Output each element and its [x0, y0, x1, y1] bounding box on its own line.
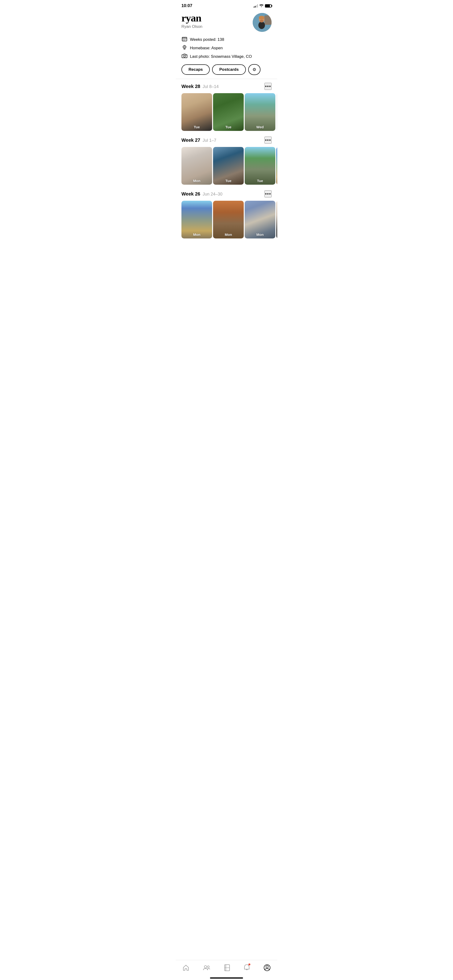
photo-day-label: Tue — [182, 125, 212, 129]
svg-point-24 — [183, 55, 185, 57]
nav-item-home[interactable] — [179, 963, 193, 974]
photo-day-label: Mon — [276, 232, 277, 237]
photo-day-label: Tue — [213, 125, 244, 129]
status-bar: 10:07 — [176, 0, 277, 10]
week-27-label: Week 27 — [182, 137, 200, 143]
week-26-header: Week 26 Jun 24–30 ••• — [182, 190, 271, 197]
week-28-photos: Tue Tue Wed + — [176, 93, 277, 131]
week-28-dates: Jul 8–14 — [203, 84, 219, 89]
battery-icon — [265, 4, 271, 8]
week-28-title-group: Week 28 Jul 8–14 — [182, 84, 219, 89]
calendar-icon — [182, 37, 188, 43]
photo-day-label: Mon — [213, 232, 244, 237]
photo-item[interactable]: Mon — [182, 147, 212, 185]
svg-point-31 — [266, 966, 268, 968]
wifi-icon — [259, 3, 263, 8]
svg-point-27 — [207, 966, 209, 968]
bell-icon — [244, 964, 250, 972]
photo-item[interactable]: Mon — [276, 201, 277, 239]
profile-fullname: Ryan Olson — [182, 24, 253, 29]
week-28-section: Week 28 Jul 8–14 ••• Tue Tue Wed + — [176, 79, 277, 133]
weeks-posted-text: Weeks posted: 138 — [190, 37, 224, 42]
week-26-label: Week 26 — [182, 191, 200, 197]
svg-rect-9 — [183, 37, 183, 38]
week-28-label: Week 28 — [182, 84, 200, 89]
svg-point-5 — [259, 16, 265, 19]
location-icon — [182, 45, 188, 51]
profile-header: ryan Ryan Olson — [182, 13, 271, 32]
week-27-title-group: Week 27 Jul 1–7 — [182, 137, 216, 143]
action-buttons: Recaps Postcards ⚙ — [182, 64, 271, 75]
week-27-dates: Jul 1–7 — [203, 138, 216, 143]
stat-last-photo: Last photo: Snowmass Village, CO — [182, 54, 271, 59]
svg-point-25 — [186, 55, 187, 56]
week-27-header: Week 27 Jul 1–7 ••• — [182, 137, 271, 144]
photo-item[interactable]: Mon — [213, 201, 244, 239]
home-indicator — [210, 977, 243, 978]
book-icon — [224, 964, 230, 972]
svg-rect-15 — [183, 40, 183, 40]
week-27-photos: Mon Tue Tue Tue Tue — [176, 147, 277, 185]
avatar — [253, 13, 271, 32]
week-27-more-button[interactable]: ••• — [265, 137, 271, 144]
photo-item[interactable]: Tue — [213, 147, 244, 185]
photo-day-label: Mon — [182, 232, 212, 237]
photo-day-label: Tue — [276, 179, 277, 183]
week-26-section: Week 26 Jun 24–30 ••• Mon Mon Mon — [176, 186, 277, 240]
add-photo-button[interactable]: + — [276, 93, 277, 131]
photo-item[interactable]: Mon — [245, 201, 275, 239]
profile-section: ryan Ryan Olson — [176, 10, 277, 79]
nav-item-friends[interactable] — [199, 964, 214, 973]
profile-icon — [264, 964, 270, 972]
photo-day-label: Wed — [245, 125, 275, 129]
photo-item[interactable]: Tue — [182, 93, 212, 131]
camera-icon — [182, 54, 188, 59]
photo-item[interactable]: Mon — [182, 201, 212, 239]
week-28-header: Week 28 Jul 8–14 ••• — [182, 83, 271, 90]
svg-point-26 — [204, 966, 207, 968]
photo-item[interactable]: Tue — [213, 93, 244, 131]
svg-rect-11 — [183, 39, 183, 40]
recaps-button[interactable]: Recaps — [182, 64, 210, 75]
friends-icon — [203, 965, 210, 972]
week-26-more-button[interactable]: ••• — [265, 190, 271, 197]
postcards-button[interactable]: Postcards — [212, 64, 246, 75]
home-icon — [183, 964, 189, 972]
profile-username: ryan — [182, 13, 253, 23]
status-time: 10:07 — [182, 3, 192, 8]
stat-weeks-posted: Weeks posted: 138 — [182, 37, 271, 43]
svg-rect-12 — [184, 39, 184, 40]
stat-homebase: Homebase: Aspen — [182, 45, 271, 51]
status-icons — [254, 3, 271, 8]
svg-rect-13 — [185, 39, 185, 40]
svg-point-3 — [258, 21, 265, 29]
nav-item-profile[interactable] — [260, 963, 274, 974]
photo-item[interactable]: Wed — [245, 93, 275, 131]
profile-stats: Weeks posted: 138 Homebase: Aspen — [182, 37, 271, 59]
week-26-title-group: Week 26 Jun 24–30 — [182, 191, 222, 197]
svg-rect-17 — [185, 40, 185, 40]
settings-button[interactable]: ⚙ — [248, 64, 260, 75]
profile-name-block: ryan Ryan Olson — [182, 13, 253, 29]
svg-point-19 — [184, 46, 185, 48]
nav-item-book[interactable] — [220, 963, 234, 974]
svg-rect-10 — [185, 37, 185, 38]
week-27-section: Week 27 Jul 1–7 ••• Mon Tue Tue — [176, 133, 277, 186]
photo-day-label: Tue — [245, 179, 275, 183]
week-26-dates: Jun 24–30 — [203, 192, 222, 197]
photo-day-label: Mon — [182, 179, 212, 183]
svg-rect-2 — [265, 15, 271, 25]
week-26-photos: Mon Mon Mon Mon Mon — [176, 201, 277, 239]
week-28-more-button[interactable]: ••• — [265, 83, 271, 90]
weeks-container: Week 28 Jul 8–14 ••• Tue Tue Wed + — [176, 79, 277, 240]
last-photo-text: Last photo: Snowmass Village, CO — [190, 54, 252, 59]
svg-rect-16 — [184, 40, 184, 40]
photo-item[interactable]: Tue — [245, 147, 275, 185]
notification-badge — [249, 964, 250, 966]
homebase-text: Homebase: Aspen — [190, 46, 223, 51]
svg-rect-14 — [186, 39, 186, 40]
photo-item[interactable]: Tue — [276, 147, 277, 185]
gear-icon: ⚙ — [252, 67, 256, 72]
svg-point-6 — [260, 20, 263, 22]
nav-item-notifications[interactable] — [240, 963, 254, 974]
